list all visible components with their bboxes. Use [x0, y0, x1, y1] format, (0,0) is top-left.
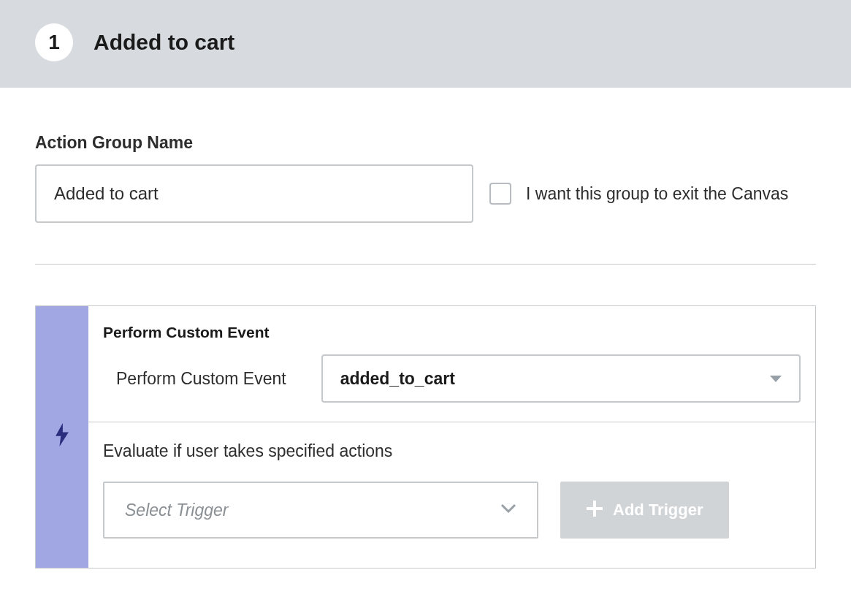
exit-canvas-checkbox-wrap: I want this group to exit the Canvas — [489, 183, 788, 205]
content-area: Action Group Name I want this group to e… — [0, 88, 851, 604]
custom-event-select[interactable]: added_to_cart — [321, 354, 801, 403]
exit-canvas-checkbox[interactable] — [489, 183, 511, 205]
trigger-row: Select Trigger — [103, 482, 801, 539]
trigger-select[interactable]: Select Trigger — [103, 482, 538, 539]
custom-event-heading: Perform Custom Event — [103, 324, 801, 341]
event-section-bottom: Evaluate if user takes specified actions… — [88, 422, 815, 568]
exit-canvas-label: I want this group to exit the Canvas — [526, 184, 788, 204]
custom-event-row: Perform Custom Event added_to_cart — [103, 354, 801, 403]
evaluate-label: Evaluate if user takes specified actions — [103, 441, 801, 461]
action-group-name-input[interactable] — [35, 164, 473, 223]
section-divider — [35, 264, 816, 265]
svg-rect-1 — [587, 507, 603, 510]
step-number: 1 — [48, 31, 60, 54]
caret-down-icon — [770, 376, 782, 382]
step-header: 1 Added to cart — [0, 0, 851, 88]
event-accent-bar — [36, 306, 88, 568]
name-row: I want this group to exit the Canvas — [35, 164, 816, 223]
action-group-name-label: Action Group Name — [35, 133, 816, 153]
custom-event-block: Perform Custom Event Perform Custom Even… — [35, 305, 816, 569]
plus-icon — [587, 498, 603, 522]
add-trigger-label: Add Trigger — [613, 501, 703, 520]
add-trigger-button[interactable]: Add Trigger — [560, 482, 729, 539]
step-number-badge: 1 — [35, 23, 73, 61]
event-sections: Perform Custom Event Perform Custom Even… — [88, 306, 815, 568]
lightning-bolt-icon — [54, 423, 70, 452]
custom-event-label: Perform Custom Event — [116, 369, 286, 389]
step-title: Added to cart — [94, 30, 234, 55]
trigger-placeholder: Select Trigger — [125, 501, 228, 520]
custom-event-value: added_to_cart — [340, 369, 455, 389]
event-section-top: Perform Custom Event Perform Custom Even… — [88, 306, 815, 422]
chevron-down-icon — [500, 503, 516, 517]
